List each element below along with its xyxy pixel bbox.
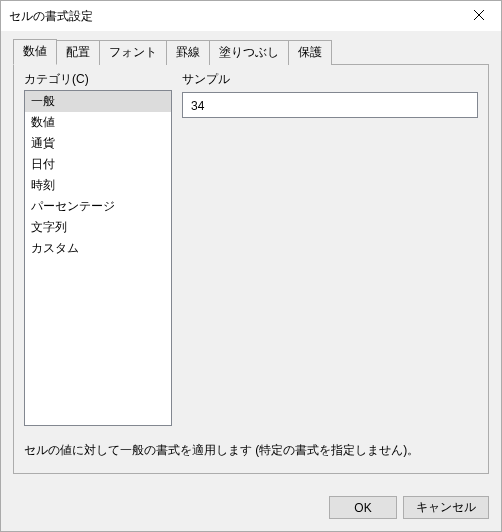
category-listbox[interactable]: 一般数値通貨日付時刻パーセンテージ文字列カスタム xyxy=(24,90,172,426)
category-column: カテゴリ(C) 一般数値通貨日付時刻パーセンテージ文字列カスタム xyxy=(24,71,172,426)
tab-1[interactable]: 配置 xyxy=(56,40,100,65)
category-label: カテゴリ(C) xyxy=(24,71,172,88)
window-title: セルの書式設定 xyxy=(9,8,456,25)
category-item[interactable]: 通貨 xyxy=(25,133,171,154)
tab-3[interactable]: 罫線 xyxy=(166,40,210,65)
sample-column: サンプル 34 xyxy=(182,71,478,426)
cancel-button[interactable]: キャンセル xyxy=(403,496,489,519)
dialog-body: 数値配置フォント罫線塗りつぶし保護 カテゴリ(C) 一般数値通貨日付時刻パーセン… xyxy=(1,31,501,486)
category-item[interactable]: カスタム xyxy=(25,238,171,259)
title-bar: セルの書式設定 xyxy=(1,1,501,31)
sample-value: 34 xyxy=(182,92,478,118)
tab-4[interactable]: 塗りつぶし xyxy=(209,40,289,65)
category-item[interactable]: 時刻 xyxy=(25,175,171,196)
tab-panel-number: カテゴリ(C) 一般数値通貨日付時刻パーセンテージ文字列カスタム サンプル 34… xyxy=(13,64,489,474)
panel-upper: カテゴリ(C) 一般数値通貨日付時刻パーセンテージ文字列カスタム サンプル 34 xyxy=(24,71,478,426)
dialog-footer: OK キャンセル xyxy=(1,486,501,531)
tab-2[interactable]: フォント xyxy=(99,40,167,65)
sample-label: サンプル xyxy=(182,71,478,88)
close-icon xyxy=(474,9,484,23)
category-item[interactable]: 文字列 xyxy=(25,217,171,238)
close-button[interactable] xyxy=(456,2,501,31)
category-item[interactable]: 日付 xyxy=(25,154,171,175)
tab-5[interactable]: 保護 xyxy=(288,40,332,65)
ok-button[interactable]: OK xyxy=(329,496,397,519)
dialog-window: セルの書式設定 数値配置フォント罫線塗りつぶし保護 カテゴリ(C) 一般数値通貨… xyxy=(0,0,502,532)
tabs-row: 数値配置フォント罫線塗りつぶし保護 xyxy=(13,39,489,64)
category-item[interactable]: 数値 xyxy=(25,112,171,133)
category-item[interactable]: 一般 xyxy=(25,91,171,112)
format-description: セルの値に対して一般の書式を適用します (特定の書式を指定しません)。 xyxy=(24,442,478,459)
tab-0[interactable]: 数値 xyxy=(13,39,57,65)
category-item[interactable]: パーセンテージ xyxy=(25,196,171,217)
